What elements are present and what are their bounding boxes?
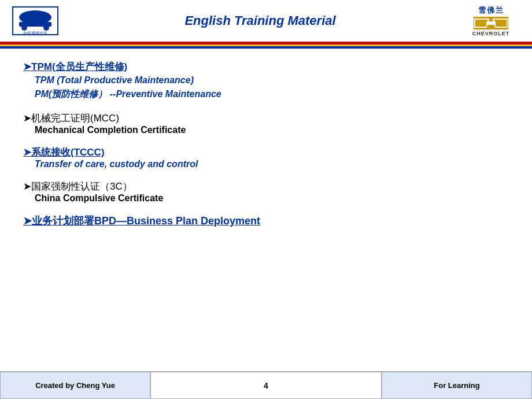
header: 金怀通用汽车 English Training Material 雪佛兰 CHE… <box>0 0 532 42</box>
svg-rect-10 <box>486 21 496 25</box>
logo-sgm: 金怀通用汽车 <box>9 5 61 37</box>
mcc-sub: Mechanical Completion Certificate <box>23 125 509 135</box>
header-title: English Training Material <box>61 13 459 28</box>
3c-heading: ➤国家强制性认证（3C） <box>23 180 509 193</box>
section-tccc: ➤系统接收(TCCC) Transfer of care, custody an… <box>23 146 509 169</box>
tccc-sub: Transfer of care, custody and control <box>23 159 509 169</box>
tpm-sub-line-2: PM(预防性维修） --Preventive Maintenance <box>35 87 509 101</box>
svg-text:金怀通用汽车: 金怀通用汽车 <box>23 31 47 35</box>
footer-right: For Learning <box>382 372 532 399</box>
logo-chevrolet: 雪佛兰 CHEVROLET <box>459 5 523 37</box>
bpd-heading: ➤业务计划部署BPD—Business Plan Deployment <box>23 214 509 228</box>
tpm-sub: TPM (Total Productive Maintenance) PM(预防… <box>23 73 509 101</box>
svg-point-5 <box>43 25 49 31</box>
section-bpd: ➤业务计划部署BPD—Business Plan Deployment <box>23 214 509 228</box>
section-mcc: ➤机械完工证明(MCC) Mechanical Completion Certi… <box>23 112 509 135</box>
mcc-heading: ➤机械完工证明(MCC) <box>23 112 509 125</box>
decorative-lines <box>0 42 532 49</box>
footer: Created by Cheng Yue 4 For Learning <box>0 371 532 399</box>
footer-left: Created by Cheng Yue <box>0 372 150 399</box>
section-3c: ➤国家强制性认证（3C） China Compulsive Certificat… <box>23 180 509 204</box>
section-tpm: ➤TPM(全员生产性维修) TPM (Total Productive Main… <box>23 60 509 101</box>
main-content: ➤TPM(全员生产性维修) TPM (Total Productive Main… <box>0 49 532 244</box>
tccc-heading: ➤系统接收(TCCC) <box>23 146 509 159</box>
svg-point-4 <box>21 25 27 31</box>
tpm-heading: ➤TPM(全员生产性维修) <box>23 60 509 73</box>
footer-page-number: 4 <box>150 372 382 399</box>
3c-sub: China Compulsive Certificate <box>23 193 509 204</box>
line-blue <box>0 46 532 49</box>
tpm-sub-line-1: TPM (Total Productive Maintenance) <box>35 73 509 87</box>
